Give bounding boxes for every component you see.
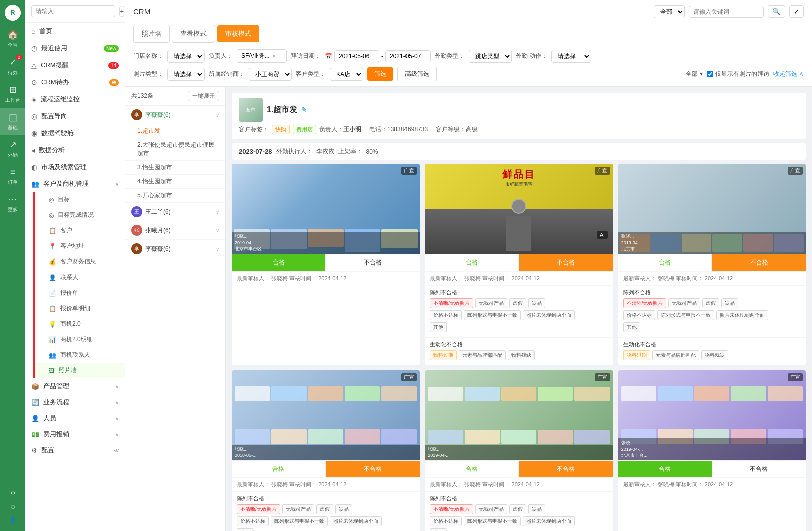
bio-tag-damaged-3[interactable]: 物料残缺 (701, 350, 728, 360)
pass-button-6[interactable]: 合格 (618, 461, 712, 477)
topbar-expand-button[interactable]: ⤢ (789, 5, 804, 18)
sidebar-item-opportunity-contact[interactable]: 👥 商机联系人 (35, 347, 125, 363)
distributor-filter-select[interactable]: 小王商贸 (249, 68, 292, 81)
sidebar-item-customer[interactable]: 📋 客户 (35, 223, 125, 238)
sidebar-item-customer-finance[interactable]: 💰 客户财务信息 (35, 254, 125, 270)
sidebar-group-personnel[interactable]: 👤 人员 ∨ (25, 410, 125, 426)
icon-bar-item-home[interactable]: 🏠 全宝 (0, 25, 25, 53)
sidebar-item-target-status[interactable]: ◎ 目标完成情况 (35, 207, 125, 223)
list-sub-xinxin[interactable]: 5.开心家超市 (125, 189, 225, 203)
reject-tag-price-4[interactable]: 价格不达标 (237, 516, 269, 526)
reject-tag-fake-2[interactable]: 虚假 (509, 298, 526, 308)
store-edit-icon[interactable]: ✎ (301, 106, 307, 114)
sidebar-group-customer-biz[interactable]: 👥 客户及商机管理 ∨ (25, 176, 125, 192)
avatar[interactable]: R (5, 5, 21, 21)
reject-tag-angle-5[interactable]: 照片未体现到两个面 (523, 516, 575, 526)
reject-tag-angle-3[interactable]: 照片未体现到两个面 (716, 310, 768, 320)
icon-bar-item-external[interactable]: ↗ 外勤 (0, 135, 25, 163)
list-sub-tasheng2[interactable]: 4.怡生园超市 (125, 175, 225, 189)
list-group-item-liweiwei2[interactable]: 李 李薇薇(6) ∨ (125, 240, 225, 258)
sidebar-group-biz-flow[interactable]: 🔄 业务流程 ∨ (25, 394, 125, 410)
sidebar-item-market-leads[interactable]: ◐ 市场及线索管理 (25, 159, 125, 176)
sidebar-item-customer-address[interactable]: 📍 客户地址 (35, 238, 125, 254)
topbar-search-button[interactable]: 🔍 (768, 5, 785, 18)
pass-button-2[interactable]: 合格 (425, 254, 519, 271)
reject-tag-missing-2[interactable]: 缺品 (528, 298, 545, 308)
reject-tag-missing-5[interactable]: 缺品 (528, 504, 545, 514)
only-photo-label[interactable]: 仅显示有照片的拜访 (707, 70, 769, 78)
tab-photo-wall[interactable]: 照片墙 (133, 25, 170, 43)
sidebar-item-contact[interactable]: 👤 联系人 (35, 270, 125, 285)
sidebar-add-button[interactable]: + (119, 6, 124, 17)
reject-tag-blurry-3[interactable]: 不清晰/无效照片 (623, 298, 667, 308)
sidebar-item-target[interactable]: ◎ 目标 (35, 192, 125, 207)
reject-tag-missing-4[interactable]: 缺品 (335, 504, 352, 514)
person-filter-input[interactable]: SFA业务... ✕ (237, 49, 287, 63)
sidebar-item-crm-reminder[interactable]: △ CRM提醒 14 (25, 57, 125, 74)
reject-tag-blurry-2[interactable]: 不清晰/无效照片 (430, 298, 473, 308)
fail-button-3[interactable]: 不合格 (712, 254, 806, 271)
bio-tag-expired-2[interactable]: 物料过期 (430, 350, 457, 360)
sidebar-item-config-guide[interactable]: ◎ 配置导向 (25, 108, 125, 125)
icon-bar-item-basic[interactable]: ◫ 基础 (0, 108, 25, 135)
reject-tag-format-3[interactable]: 陈列形式与申报不一致 (657, 310, 714, 320)
sidebar-item-quote[interactable]: 📄 报价单 (35, 285, 125, 301)
sidebar-item-opportunity-detail[interactable]: 📊 商机2.0明细 (35, 332, 125, 347)
icon-bar-item-user[interactable]: 👤 (0, 513, 25, 527)
fail-button-5[interactable]: 不合格 (519, 461, 613, 477)
pass-button-4[interactable]: 合格 (232, 461, 326, 477)
customer-type-filter-select[interactable]: KA店 (330, 68, 363, 81)
reject-tag-fake-3[interactable]: 虚假 (702, 298, 719, 308)
date-start-input[interactable] (334, 50, 379, 62)
person-filter-close[interactable]: ✕ (272, 53, 276, 59)
store-name-filter-select[interactable]: 请选择 (167, 50, 205, 63)
sidebar-item-quote-detail[interactable]: 📋 报价单明细 (35, 301, 125, 316)
fail-button-2[interactable]: 不合格 (519, 254, 613, 271)
reject-tag-other-5[interactable]: 其他 (430, 528, 447, 531)
sidebar-group-product[interactable]: 📦 产品管理 ∨ (25, 378, 125, 394)
list-group-item-zhangxiyue[interactable]: 张 张曦月(6) ∨ (125, 221, 225, 240)
reject-tag-other-4[interactable]: 其他 (237, 528, 254, 531)
reject-tag-format-2[interactable]: 陈列形式与申报不一致 (464, 310, 521, 320)
sidebar-item-photo-wall[interactable]: 🖼 照片墙 (35, 363, 125, 378)
bio-tag-damaged-2[interactable]: 物料残缺 (508, 350, 535, 360)
list-sub-bianyimin[interactable]: 2.大张使民超市便民超市便民超市 (125, 138, 225, 161)
pass-button-3[interactable]: 合格 (618, 254, 712, 271)
reject-tag-other-3[interactable]: 其他 (623, 322, 640, 332)
reject-tag-blurry-4[interactable]: 不清晰/无效照片 (237, 504, 280, 514)
list-group-item-wangerya[interactable]: 王 王二丫(6) ∨ (125, 203, 225, 221)
external-action-filter-select[interactable]: 请选择 (551, 50, 591, 63)
icon-bar-item-order[interactable]: ≡ 订单 (0, 163, 25, 190)
tab-view-mode[interactable]: 查看模式 (172, 25, 215, 43)
reject-tag-angle-2[interactable]: 照片未体现到两个面 (523, 310, 575, 320)
sidebar-search-input[interactable] (31, 5, 115, 17)
topbar-search-input[interactable] (689, 6, 764, 18)
icon-bar-item-settings[interactable]: ⚙ (0, 486, 25, 500)
external-type-filter-select[interactable]: 跳店类型 (469, 50, 512, 63)
date-end-input[interactable] (385, 50, 431, 62)
adv-filter-button[interactable]: 高级筛选 (397, 67, 437, 81)
icon-bar-item-clock[interactable]: ◷ (0, 500, 25, 513)
reject-tag-format-5[interactable]: 陈列形式与申报不一致 (464, 516, 521, 526)
fail-button-4[interactable]: 不合格 (326, 461, 420, 477)
reject-tag-price-3[interactable]: 价格不达标 (623, 310, 655, 320)
reject-tag-price-5[interactable]: 价格不达标 (430, 516, 462, 526)
pass-button-1[interactable]: 合格 (232, 254, 325, 271)
bio-tag-brand-2[interactable]: 元素与品牌部匹配 (459, 350, 506, 360)
reject-tag-fake-5[interactable]: 虚假 (509, 504, 526, 514)
sidebar-item-data-cockpit[interactable]: ◉ 数据驾驶舱 (25, 125, 125, 142)
sidebar-group-config[interactable]: ⚙ 配置 ≪ (25, 442, 125, 458)
reject-tag-angle-4[interactable]: 照片未体现到两个面 (330, 516, 382, 526)
reject-tag-other-2[interactable]: 其他 (430, 322, 447, 332)
sidebar-item-home[interactable]: ⌂ 首页 (25, 23, 125, 40)
reject-tag-no-product-4[interactable]: 无我司产品 (282, 504, 314, 514)
bio-tag-expired-3[interactable]: 物料过期 (623, 350, 650, 360)
sidebar-item-workflow[interactable]: ◈ 流程运维监控 (25, 91, 125, 108)
fail-button-1[interactable]: 不合格 (326, 254, 420, 271)
photo-type-filter-select[interactable]: 请选择 (167, 68, 205, 81)
sidebar-item-data-analysis[interactable]: ◂ 数据分析 (25, 142, 125, 159)
reject-tag-format-4[interactable]: 陈列形式与申报不一致 (271, 516, 328, 526)
reject-tag-blurry-5[interactable]: 不清晰/无效照片 (430, 504, 473, 514)
bio-tag-brand-3[interactable]: 元素与品牌部匹配 (652, 350, 699, 360)
list-group-item-liweiwei[interactable]: 李 李薇薇(6) ∨ (125, 106, 225, 124)
